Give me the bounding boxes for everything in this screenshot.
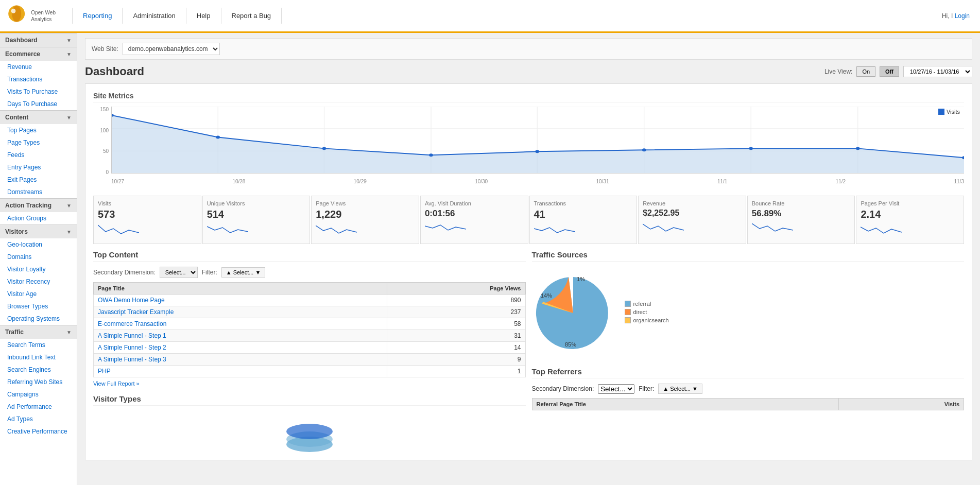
filter-button[interactable]: ▲ Select... ▼ [221,267,266,278]
y-label-0: 0 [93,169,109,175]
y-label-50: 50 [93,148,109,154]
dashboard-card: Site Metrics 150 100 50 0 [85,83,972,460]
sidebar-section-ecommerce[interactable]: Ecommerce ▼ [0,47,77,61]
sidebar-item-campaigns[interactable]: Campaigns [0,388,77,401]
secondary-dimension-label: Secondary Dimension: [93,269,156,276]
metric-visits-value: 573 [98,209,197,220]
metric-bounce-rate-value: 56.89% [752,209,851,219]
sidebar-item-visitor-age[interactable]: Visitor Age [0,288,77,300]
sidebar-item-entry-pages[interactable]: Entry Pages [0,161,77,174]
sidebar-item-operating-systems[interactable]: Operating Systems [0,313,77,325]
referrers-secondary-label: Secondary Dimension: [532,385,594,392]
sidebar: Dashboard ▼ Ecommerce ▼ Revenue Transact… [0,33,77,485]
sidebar-item-ad-performance[interactable]: Ad Performance [0,401,77,413]
sidebar-item-domains[interactable]: Domains [0,251,77,263]
nav-administration[interactable]: Administration [123,8,186,24]
logo-text: Open Web Analytics [31,9,72,23]
page-title-link[interactable]: OWA Demo Home Page [98,297,165,304]
live-view-area: Live View: On Off 10/27/16 - 11/03/16 [824,66,972,77]
sidebar-item-action-groups[interactable]: Action Groups [0,212,77,224]
metric-avg-visit-duration: Avg. Visit Duration 0:01:56 [420,196,528,244]
visits-legend-label: Visits [947,109,960,115]
sidebar-item-search-engines[interactable]: Search Engines [0,363,77,376]
sidebar-item-page-types[interactable]: Page Types [0,136,77,149]
top-content-title: Top Content [93,250,526,262]
sidebar-section-visitors[interactable]: Visitors ▼ [0,224,77,238]
sidebar-item-browser-types[interactable]: Browser Types [0,300,77,313]
content-arrow: ▼ [66,115,72,120]
page-title-cell: A Simple Funnel - Step 2 [94,342,387,354]
sidebar-section-dashboard[interactable]: Dashboard ▼ [0,33,77,47]
chart-legend: Visits [938,109,960,115]
date-range-selector[interactable]: 10/27/16 - 11/03/16 [903,66,972,77]
sidebar-item-exit-pages[interactable]: Exit Pages [0,174,77,186]
sidebar-item-domstreams[interactable]: Domstreams [0,186,77,198]
sidebar-item-revenue[interactable]: Revenue [0,61,77,73]
page-title-link[interactable]: A Simple Funnel - Step 1 [98,332,166,339]
svg-point-21 [856,147,860,150]
ecommerce-arrow: ▼ [66,51,72,57]
site-selector[interactable]: demo.openwebanalytics.com [123,43,220,55]
sidebar-item-days-to-purchase[interactable]: Days To Purchase [0,98,77,110]
col-visits: Visits [839,399,964,410]
table-row: A Simple Funnel - Step 214 [94,342,526,354]
sidebar-item-feeds[interactable]: Feeds [0,149,77,161]
unique-visitors-sparkline [207,222,248,238]
metric-revenue-value: $2,252.95 [643,209,742,218]
page-title-cell: PHP [94,366,387,377]
sidebar-item-top-pages[interactable]: Top Pages [0,124,77,136]
referrers-filter-button[interactable]: ▲ Select... ▼ [658,384,702,394]
sidebar-item-transactions[interactable]: Transactions [0,73,77,85]
dashboard-arrow: ▼ [66,38,72,43]
login-link[interactable]: Login [955,12,970,20]
sidebar-section-content[interactable]: Content ▼ [0,110,77,124]
nav-report-bug[interactable]: Report a Bug [221,8,282,24]
metric-transactions: Transactions 41 [529,196,638,244]
sidebar-section-traffic[interactable]: Traffic ▼ [0,325,77,339]
header: Open Web Analytics Reporting Administrat… [0,0,980,33]
y-label-150: 150 [93,107,109,112]
sidebar-item-visitor-recency[interactable]: Visitor Recency [0,275,77,288]
live-view-on-button[interactable]: On [856,66,875,77]
sidebar-section-action-tracking[interactable]: Action Tracking ▼ [0,198,77,212]
page-views-sparkline [316,222,357,238]
page-title-link[interactable]: Javascript Tracker Example [98,308,174,316]
x-label-112: 11/2 [836,179,846,184]
page-title-link[interactable]: A Simple Funnel - Step 3 [98,356,166,363]
referrers-secondary-select[interactable]: Select... [598,384,634,394]
view-full-report-link[interactable]: View Full Report » [93,380,526,387]
page-title-cell: A Simple Funnel - Step 1 [94,330,387,342]
page-views-cell: 9 [387,354,525,366]
pie-legend-organicsearch: organicsearch [625,317,669,323]
svg-text:1%: 1% [577,276,585,282]
live-view-label: Live View: [824,68,852,75]
page-title-link[interactable]: E-commerce Transaction [98,320,166,327]
pie-svg: 85% 14% 1% [532,272,614,354]
visitor-types-title: Visitor Types [93,394,526,406]
sidebar-item-ad-types[interactable]: Ad Types [0,413,77,425]
nav-reporting[interactable]: Reporting [72,8,123,24]
metric-bounce-rate-label: Bounce Rate [752,200,851,206]
metric-page-views-value: 1,229 [316,209,415,220]
sidebar-item-creative-performance[interactable]: Creative Performance [0,425,77,438]
table-row: PHP1 [94,366,526,377]
sidebar-item-inbound-link-text[interactable]: Inbound Link Text [0,351,77,363]
page-title-link[interactable]: PHP [98,368,111,375]
table-row: Javascript Tracker Example237 [94,306,526,318]
sidebar-item-geo-location[interactable]: Geo-location [0,238,77,251]
live-view-off-button[interactable]: Off [880,66,899,77]
site-bar-label: Web Site: [92,45,118,53]
page-title-link[interactable]: A Simple Funnel - Step 2 [98,344,166,351]
dashboard-header: Dashboard Live View: On Off 10/27/16 - 1… [85,65,972,78]
metric-revenue: Revenue $2,252.95 [638,196,746,244]
svg-point-19 [642,148,646,151]
sidebar-item-search-terms[interactable]: Search Terms [0,339,77,351]
sidebar-item-referring-web-sites[interactable]: Referring Web Sites [0,376,77,388]
svg-point-15 [216,136,220,139]
svg-point-16 [322,147,326,150]
sidebar-item-visits-to-purchase[interactable]: Visits To Purchase [0,85,77,98]
secondary-dimension-select[interactable]: Select... [160,267,198,278]
sidebar-item-visitor-loyalty[interactable]: Visitor Loyalty [0,263,77,275]
traffic-sources-area: 85% 14% 1% referral [532,267,965,359]
nav-help[interactable]: Help [186,8,221,24]
